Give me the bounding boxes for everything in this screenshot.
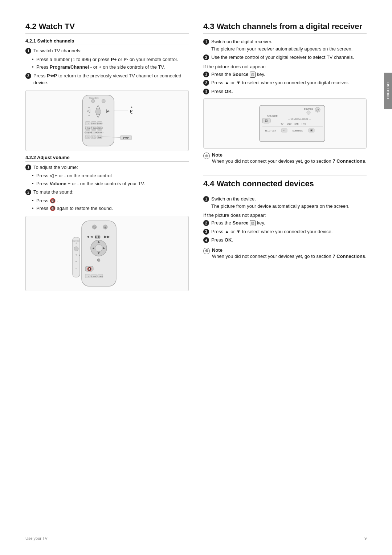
svg-text:⏻: ⏻ — [316, 109, 319, 112]
bullet-422-1: Press ◁ + or - on the remote control — [32, 172, 189, 179]
step-badge-422-1: 1 — [25, 165, 31, 170]
step-badge-43-2: 2 — [203, 54, 209, 60]
svg-text:▼: ▼ — [97, 251, 101, 255]
section-44-main-list: 1 Switch on the device.The picture from … — [203, 195, 367, 210]
step-44-sub-3: 3 Press ▲ or ▼ to select where you conne… — [203, 228, 367, 235]
svg-text:P⇔P: P⇔P — [98, 136, 101, 138]
section-421-list-2: 2 Press P⇔P to return to the previously … — [25, 72, 189, 86]
source-key-icon-44: ⊡ — [250, 220, 256, 226]
step-44-1: 1 Switch on the device.The picture from … — [203, 195, 367, 210]
svg-text:SUBTITLE: SUBTITLE — [293, 130, 303, 132]
svg-point-53 — [95, 244, 102, 252]
section-422-bullets2: Press 🔇 . Press 🔇 again to restore the s… — [25, 197, 189, 212]
tv-remote-svg: ⏻ SOURCE ⊡ SOURCE — UNIVERSAL MODE — TV … — [238, 102, 332, 145]
svg-text:▣: ▣ — [310, 129, 313, 131]
svg-text:►: ► — [103, 246, 106, 250]
svg-text:6 MNO: 6 MNO — [96, 127, 103, 129]
section-422-bullets1: Press ◁ + or - on the remote control Pre… — [25, 172, 189, 187]
step-44-1-text: Switch on the device.The picture from yo… — [211, 195, 350, 210]
section-421-list: 1 To switch TV channels: — [25, 47, 189, 54]
svg-text:−: − — [131, 112, 132, 115]
step-421-1-text: To switch TV channels: — [33, 47, 82, 54]
section-422-title: 4.2.2 Adjust volume — [25, 155, 189, 162]
bullet-422-3: Press 🔇 . — [32, 197, 189, 204]
svg-text:1 –: 1 – — [86, 275, 90, 278]
left-column: 4.2 Watch TV 4.2.1 Switch channels 1 To … — [25, 22, 189, 295]
note-44-content: Note When you did not connect your devic… — [212, 247, 367, 259]
section-44-sub-list-3: 4 Press OK. — [203, 236, 367, 244]
remote-svg-2: ↻ ⊙ ◄◄ ▶⏸ ▶▶ ▲ ◄ ► ▼ — [71, 219, 143, 288]
step-44-sub-4: 4 Press OK. — [203, 236, 367, 244]
svg-text:↻: ↻ — [93, 226, 96, 229]
step-badge-43-1: 1 — [203, 39, 209, 45]
step-422-2: 2 To mute the sound: — [25, 189, 189, 196]
step-badge-44-sub-3: 3 — [203, 229, 209, 235]
section-43-sub-list-3: 3 Press OK. — [203, 88, 367, 95]
svg-text:— UNIVERSAL MODE —: — UNIVERSAL MODE — — [288, 118, 311, 120]
section-44: 4.4 Watch connected devices 1 Switch on … — [203, 175, 367, 259]
step-43-2-text: Use the remote control of your digital r… — [211, 54, 354, 61]
step-422-2-text: To mute the sound: — [33, 189, 74, 196]
section-43-sub-list-2: 2 Press ▲ or ▼ to select where you conne… — [203, 79, 367, 86]
svg-text:SOURCE: SOURCE — [304, 108, 313, 110]
svg-text:+: + — [88, 105, 90, 109]
step-badge-44-sub-2: 2 — [203, 220, 209, 226]
note-43: ⊕ Note When you did not connect your dev… — [203, 152, 367, 164]
svg-text:+: + — [131, 105, 132, 109]
side-tab-label: ENGLISH — [386, 82, 390, 99]
remote-svg-1: CHANNELS △ ◁ ▷ ▽ + − — [67, 93, 147, 148]
if-not-appear-44: If the picture does not appear: — [203, 212, 367, 218]
svg-point-82 — [307, 111, 310, 114]
step-43-sub-1-text: Press the Source ⊡ key. — [211, 71, 265, 78]
bullet-421-2: Press Program/Channel - or + on the side… — [32, 64, 189, 71]
footer-right: 9 — [364, 536, 367, 540]
source-symbol-44: ⊡ — [251, 220, 254, 226]
svg-text:3 DEF: 3 DEF — [97, 275, 103, 278]
svg-text:TELETEXT: TELETEXT — [265, 130, 276, 132]
svg-point-2 — [102, 99, 105, 103]
svg-text:+: + — [75, 242, 77, 245]
step-badge-44-1: 1 — [203, 196, 209, 202]
step-badge-1: 1 — [25, 48, 31, 54]
svg-point-58 — [97, 259, 100, 262]
note-43-text: When you did not connect your devices ye… — [212, 158, 367, 164]
bullet-421-1: Press a number (1 to 999) or press P+ or… — [32, 56, 189, 63]
svg-text:−: − — [75, 260, 77, 263]
svg-text:2ND: 2ND — [287, 123, 292, 125]
step-badge-422-2: 2 — [25, 189, 31, 195]
right-column: 4.3 Watch channels from a digital receiv… — [203, 22, 367, 295]
section-42-title: 4.2 Watch TV — [25, 22, 189, 34]
svg-text:⊙: ⊙ — [104, 226, 107, 229]
step-badge-44-sub-4: 4 — [203, 237, 209, 243]
step-421-1: 1 To switch TV channels: — [25, 47, 189, 54]
svg-text:SOURCE: SOURCE — [267, 115, 278, 117]
svg-text:4 GHI: 4 GHI — [85, 127, 91, 129]
step-422-1-text: To adjust the volume: — [33, 164, 78, 171]
note-43-title: Note — [212, 152, 367, 158]
side-tab: ENGLISH — [384, 73, 392, 109]
source-symbol: ⊡ — [251, 72, 254, 77]
page: ENGLISH 4.2 Watch TV 4.2.1 Switch channe… — [0, 0, 392, 555]
svg-text:CHANNELS: CHANNELS — [89, 97, 98, 99]
svg-point-1 — [91, 99, 95, 103]
svg-text:5 JKL: 5 JKL — [91, 127, 97, 129]
svg-text:▶⏸: ▶⏸ — [95, 235, 101, 239]
note-44-text: When you did not connect your devices ye… — [212, 254, 367, 259]
svg-text:1 –: 1 – — [86, 122, 90, 125]
step-43-sub-3-text: Press OK. — [211, 88, 233, 95]
step-421-2: 2 Press P⇔P to return to the previously … — [25, 72, 189, 86]
tv-remote-diagram: ⏻ SOURCE ⊡ SOURCE — UNIVERSAL MODE — TV … — [203, 98, 367, 149]
section-422-list-2: 2 To mute the sound: — [25, 189, 189, 196]
section-44-title: 4.4 Watch connected devices — [203, 179, 367, 191]
svg-text:CLOCK: CLOCK — [85, 136, 91, 138]
section-421-title: 4.2.1 Switch channels — [25, 38, 189, 45]
svg-text:+: + — [75, 253, 77, 257]
svg-point-9 — [107, 111, 109, 112]
svg-text:P⇔P: P⇔P — [123, 136, 129, 139]
step-44-sub-2-text: Press the Source ⊡ key. — [211, 219, 265, 227]
step-badge-2: 2 — [25, 73, 31, 79]
svg-text:2 ABC: 2 ABC — [91, 122, 97, 125]
step-421-2-text: Press P⇔P to return to the previously vi… — [33, 72, 189, 86]
svg-rect-75 — [260, 105, 325, 142]
step-43-2: 2 Use the remote control of your digital… — [203, 54, 367, 61]
